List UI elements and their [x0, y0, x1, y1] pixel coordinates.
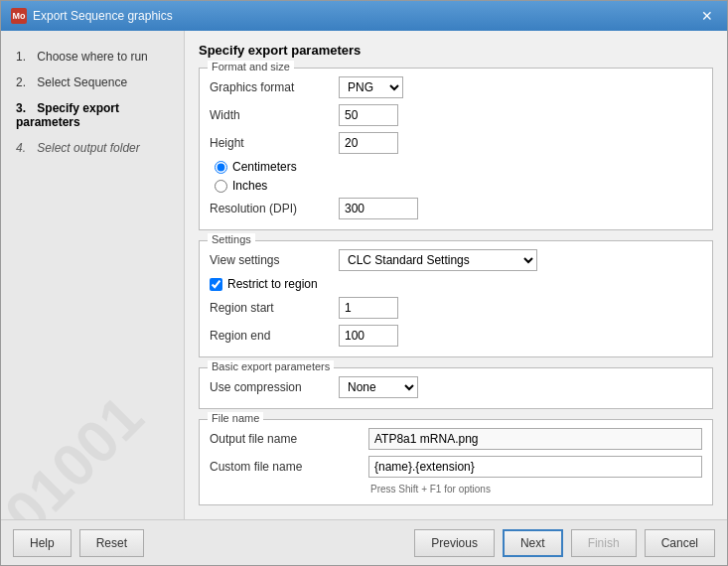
compression-select[interactable]: None ZIP GZ: [339, 376, 418, 398]
graphics-format-label: Graphics format: [210, 80, 339, 94]
finish-button[interactable]: Finish: [571, 529, 637, 557]
sidebar-item-2[interactable]: 2. Select Sequence: [11, 71, 174, 93]
view-settings-row: View settings CLC Standard Settings: [210, 249, 702, 271]
region-start-input[interactable]: [339, 297, 398, 319]
help-button[interactable]: Help: [13, 529, 72, 557]
custom-file-input[interactable]: [368, 456, 702, 478]
inches-label: Inches: [232, 179, 267, 193]
file-name-section: File name Output file name Custom file n…: [199, 419, 713, 505]
custom-file-row: Custom file name: [210, 456, 702, 478]
format-size-section: Format and size Graphics format PNG JPEG…: [199, 68, 713, 230]
sidebar-item-1[interactable]: 1. Choose where to run: [11, 46, 174, 68]
resolution-label: Resolution (DPI): [210, 202, 339, 215]
height-label: Height: [210, 136, 339, 150]
view-settings-label: View settings: [210, 253, 339, 267]
settings-label: Settings: [208, 233, 255, 245]
centimeters-radio[interactable]: [215, 161, 227, 174]
title-bar-left: Mo Export Sequence graphics: [11, 8, 173, 24]
nav-number-4: 4.: [16, 141, 34, 155]
restrict-region-checkbox[interactable]: [210, 278, 222, 291]
centimeters-row: Centimeters: [210, 160, 702, 174]
inches-radio[interactable]: [215, 180, 227, 193]
resolution-input[interactable]: [339, 198, 418, 219]
basic-export-section: Basic export parameters Use compression …: [199, 367, 713, 409]
basic-export-label: Basic export parameters: [208, 360, 334, 372]
bottom-bar: Help Reset Previous Next Finish Cancel: [1, 519, 727, 565]
nav-number-3: 3.: [16, 101, 34, 115]
bottom-left-buttons: Help Reset: [13, 529, 144, 557]
output-file-label: Output file name: [210, 432, 368, 446]
close-button[interactable]: ✕: [697, 6, 717, 26]
height-row: Height: [210, 132, 702, 154]
cancel-button[interactable]: Cancel: [645, 529, 715, 557]
compression-row: Use compression None ZIP GZ: [210, 376, 702, 398]
restrict-region-label: Restrict to region: [227, 277, 318, 291]
graphics-format-select[interactable]: PNG JPEG SVG PDF: [339, 76, 403, 98]
sidebar-label-2: Select Sequence: [37, 75, 127, 89]
next-button[interactable]: Next: [503, 529, 563, 557]
output-file-input[interactable]: [368, 428, 702, 450]
title-bar: Mo Export Sequence graphics ✕: [1, 1, 727, 31]
region-end-input[interactable]: [339, 325, 398, 347]
sidebar: 1. Choose where to run 2. Select Sequenc…: [1, 31, 185, 519]
height-input[interactable]: [339, 132, 398, 154]
width-input[interactable]: [339, 104, 398, 126]
bottom-right-buttons: Previous Next Finish Cancel: [414, 529, 715, 557]
main-content: Specify export parameters Format and siz…: [185, 31, 727, 519]
region-end-row: Region end: [210, 325, 702, 347]
output-file-row: Output file name: [210, 428, 702, 450]
format-size-label: Format and size: [208, 61, 294, 72]
app-icon: Mo: [11, 8, 27, 24]
restrict-region-row: Restrict to region: [210, 277, 702, 291]
graphics-format-row: Graphics format PNG JPEG SVG PDF: [210, 76, 702, 98]
hint-text: Press Shift + F1 for options: [210, 484, 702, 495]
content-area: 1. Choose where to run 2. Select Sequenc…: [1, 31, 727, 519]
region-start-row: Region start: [210, 297, 702, 319]
file-name-label: File name: [208, 412, 263, 424]
page-title: Specify export parameters: [199, 43, 713, 58]
sidebar-label-1: Choose where to run: [37, 50, 147, 64]
compression-label: Use compression: [210, 380, 339, 394]
nav-number-2: 2.: [16, 75, 34, 89]
previous-button[interactable]: Previous: [414, 529, 495, 557]
sidebar-item-4[interactable]: 4. Select output folder: [11, 137, 174, 159]
centimeters-label: Centimeters: [232, 160, 297, 174]
width-label: Width: [210, 108, 339, 122]
sidebar-label-4: Select output folder: [37, 141, 139, 155]
view-settings-select[interactable]: CLC Standard Settings: [339, 249, 537, 271]
region-start-label: Region start: [210, 301, 339, 315]
resolution-row: Resolution (DPI): [210, 198, 702, 219]
nav-number-1: 1.: [16, 50, 34, 64]
width-row: Width: [210, 104, 702, 126]
region-end-label: Region end: [210, 329, 339, 343]
main-window: Mo Export Sequence graphics ✕ 1. Choose …: [0, 0, 728, 566]
watermark: 01001: [1, 382, 157, 519]
reset-button[interactable]: Reset: [79, 529, 144, 557]
inches-row: Inches: [210, 179, 702, 193]
custom-file-label: Custom file name: [210, 460, 368, 474]
window-title: Export Sequence graphics: [33, 9, 173, 23]
settings-section: Settings View settings CLC Standard Sett…: [199, 240, 713, 357]
sidebar-item-3[interactable]: 3. Specify export parameters: [11, 97, 174, 133]
